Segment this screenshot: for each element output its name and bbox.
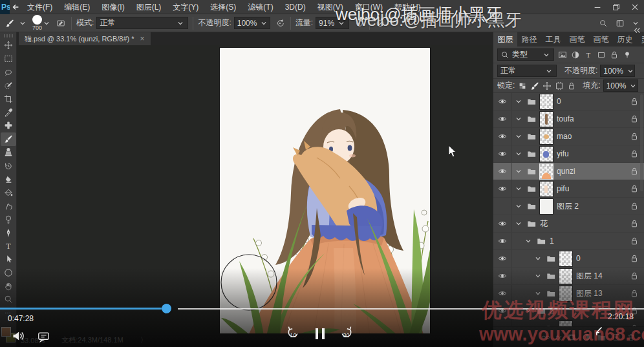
pause-button[interactable]: [316, 328, 325, 339]
pressure-opacity-icon[interactable]: [274, 17, 286, 29]
panel-tab[interactable]: 工具: [541, 32, 565, 47]
panel-tab[interactable]: 图层: [493, 32, 517, 47]
layer-thumbnail[interactable]: [540, 147, 553, 162]
layer-thumbnail[interactable]: [540, 112, 553, 127]
clone-stamp-tool[interactable]: [1, 146, 16, 160]
move-tool[interactable]: [1, 39, 16, 52]
shape-tool[interactable]: [1, 266, 16, 280]
group-caret-icon[interactable]: [514, 184, 523, 193]
layer-row[interactable]: yifu: [493, 145, 644, 163]
menu-item[interactable]: 编辑(E): [58, 0, 96, 14]
volume-button[interactable]: [12, 330, 25, 342]
search-icon[interactable]: [597, 17, 609, 29]
visibility-toggle[interactable]: [493, 250, 511, 267]
eyedropper-tool[interactable]: [1, 105, 16, 119]
hand-tool[interactable]: [1, 279, 16, 293]
close-tab-icon[interactable]: ×: [140, 34, 145, 43]
minimize-button[interactable]: [588, 0, 606, 14]
history-brush-tool[interactable]: [1, 159, 16, 173]
filter-kind-select[interactable]: 类型: [497, 48, 554, 61]
rewind-10-button[interactable]: 10: [286, 325, 300, 338]
menu-item[interactable]: 图层(L): [131, 0, 167, 14]
filter-shape-layers-icon[interactable]: [596, 50, 606, 59]
paint-bucket-tool[interactable]: [1, 186, 16, 200]
visibility-toggle[interactable]: [493, 268, 511, 284]
brush-tool[interactable]: [1, 132, 16, 146]
layer-opacity-select[interactable]: 100%: [600, 65, 635, 77]
foreground-color-swatch[interactable]: [1, 327, 11, 337]
path-select-tool[interactable]: [1, 253, 16, 266]
group-caret-icon[interactable]: [514, 219, 523, 228]
brush-tool-preset-icon[interactable]: [4, 17, 16, 29]
layer-row[interactable]: 0: [493, 250, 644, 268]
danmaku-button[interactable]: [38, 330, 50, 342]
visibility-toggle[interactable]: [493, 93, 511, 110]
group-caret-icon[interactable]: [514, 202, 523, 211]
smudge-tool[interactable]: [1, 199, 16, 213]
crop-tool[interactable]: [1, 92, 16, 106]
layer-thumbnail[interactable]: [540, 182, 553, 196]
layer-row[interactable]: mao: [493, 128, 644, 145]
layer-blend-mode-select[interactable]: 正常: [497, 65, 557, 77]
layer-row[interactable]: qunzi: [493, 163, 644, 180]
restore-button[interactable]: [606, 0, 625, 14]
lasso-tool[interactable]: [1, 65, 16, 79]
visibility-toggle[interactable]: [493, 233, 511, 249]
filter-pin-icon[interactable]: [622, 50, 632, 59]
dodge-tool[interactable]: [1, 213, 16, 226]
visibility-toggle[interactable]: [493, 198, 511, 215]
group-caret-icon[interactable]: [514, 97, 523, 106]
panel-tab[interactable]: 路径: [517, 32, 541, 47]
visibility-toggle[interactable]: [493, 215, 511, 232]
lock-artboard-icon[interactable]: [554, 81, 564, 90]
layer-thumbnail[interactable]: [540, 94, 553, 109]
visibility-toggle[interactable]: [493, 145, 511, 162]
menu-item[interactable]: 文件(F): [21, 0, 58, 14]
menu-item[interactable]: 图像(I): [96, 0, 130, 14]
layer-thumbnail[interactable]: [540, 199, 553, 214]
group-row[interactable]: 花: [493, 215, 644, 233]
panel-tab[interactable]: 画笔: [589, 32, 613, 47]
menu-item[interactable]: 滤镜(T): [242, 0, 279, 14]
panel-scrollbar[interactable]: [640, 94, 643, 191]
forward-30-button[interactable]: 30: [339, 325, 353, 338]
layer-row[interactable]: 图层 14: [493, 268, 644, 285]
menu-item[interactable]: 3D(D): [279, 0, 312, 14]
layer-thumbnail[interactable]: [540, 129, 553, 144]
zoom-tool[interactable]: [1, 293, 16, 306]
lock-all-icon[interactable]: [566, 81, 576, 90]
healing-brush-tool[interactable]: [1, 119, 16, 132]
blend-mode-select[interactable]: 正常: [96, 17, 188, 29]
visibility-toggle[interactable]: [493, 128, 511, 145]
opacity-select[interactable]: 100%: [234, 17, 270, 29]
layer-thumbnail[interactable]: [559, 269, 572, 284]
menu-item[interactable]: 文字(Y): [167, 0, 204, 14]
chevron-down-icon[interactable]: [18, 19, 27, 28]
progress-handle[interactable]: [162, 304, 171, 313]
fill-select[interactable]: 100%: [603, 79, 638, 92]
group-caret-icon[interactable]: [524, 237, 533, 246]
quick-select-tool[interactable]: [1, 79, 16, 92]
canvas-area[interactable]: [17, 45, 493, 347]
visibility-toggle[interactable]: [493, 180, 511, 197]
visibility-toggle[interactable]: [493, 110, 511, 127]
menu-item[interactable]: 选择(S): [204, 0, 242, 14]
layer-row[interactable]: 0: [493, 93, 644, 110]
group-caret-icon[interactable]: [514, 132, 523, 141]
filter-adjustment-layers-icon[interactable]: [570, 50, 580, 59]
close-button[interactable]: [625, 0, 644, 14]
group-caret-icon[interactable]: [514, 114, 523, 123]
group-caret-icon[interactable]: [533, 271, 542, 280]
back-arrow-icon[interactable]: [10, 0, 21, 14]
layer-thumbnail[interactable]: [559, 251, 572, 266]
layer-thumbnail[interactable]: [540, 164, 553, 179]
group-caret-icon[interactable]: [514, 167, 523, 176]
type-tool[interactable]: T: [1, 239, 16, 253]
chevron-down-icon[interactable]: [42, 19, 51, 28]
workspace-switcher-icon[interactable]: [614, 17, 626, 29]
document-tab[interactable]: 猫.psd @ 33.1% (qunzi, RGB/8#) * ×: [19, 32, 151, 45]
status-chevron-icon[interactable]: 〉: [140, 335, 147, 345]
layer-row[interactable]: 图层 2: [493, 198, 644, 215]
brush-size-preview[interactable]: 700: [32, 15, 42, 31]
group-caret-icon[interactable]: [533, 254, 542, 263]
